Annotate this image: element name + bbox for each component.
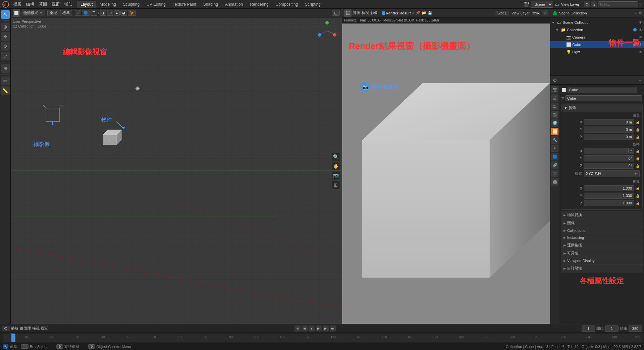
- loc-x-value[interactable]: 0 m: [584, 119, 634, 125]
- render-save-icon[interactable]: 💾: [428, 11, 432, 15]
- next-frame-btn[interactable]: ▶: [323, 326, 329, 332]
- relations-section[interactable]: 關係: [561, 219, 643, 227]
- rotate-tool[interactable]: ↺: [1, 42, 10, 51]
- instancing-section[interactable]: Instancing: [561, 234, 643, 241]
- timeline-icon[interactable]: ⏱: [2, 326, 10, 331]
- motion-paths-section[interactable]: 運動路徑: [561, 241, 643, 249]
- obj-options-btn[interactable]: ⋮: [638, 88, 642, 92]
- menu-help[interactable]: 輔助: [62, 1, 74, 8]
- menu-render[interactable]: 算圖: [37, 1, 49, 8]
- viewport-display-section[interactable]: Viewport Display: [561, 257, 643, 264]
- transform-tool[interactable]: ⊞: [1, 64, 10, 73]
- select-tool[interactable]: ↖: [1, 10, 10, 19]
- composite-btn[interactable]: 合成: [532, 10, 540, 15]
- tab-rendering[interactable]: Rendering: [247, 1, 272, 8]
- tab-compositing[interactable]: Compositing: [272, 1, 302, 8]
- outliner-collection[interactable]: ▼ 📁 Collection 👁: [550, 26, 644, 34]
- shading-material[interactable]: ◕: [120, 10, 127, 16]
- outliner-settings[interactable]: ⚙: [639, 11, 642, 15]
- menu-file[interactable]: 檔案: [11, 1, 23, 8]
- overlay-btn[interactable]: ☰: [91, 10, 97, 16]
- menu-edit[interactable]: 編輯: [24, 1, 36, 8]
- prop-data-btn[interactable]: ▽: [551, 170, 558, 177]
- preferences-icon[interactable]: ⚙: [584, 1, 590, 7]
- render-menu-render[interactable]: 算圖: [353, 10, 360, 15]
- normal-btn[interactable]: 標準: [60, 10, 72, 16]
- pan-btn[interactable]: ✋: [332, 162, 340, 170]
- jump-start-btn[interactable]: ⏮: [294, 326, 301, 332]
- end-frame-input[interactable]: 250: [629, 326, 642, 332]
- scrub-ruler[interactable]: 1 10 20 30 40 50 60 70 80 90 100 110 120…: [3, 334, 643, 342]
- render-folder-icon[interactable]: 📁: [422, 11, 426, 15]
- snap-btn[interactable]: 🔵: [82, 10, 90, 16]
- camera-eye[interactable]: 👁: [639, 35, 643, 39]
- render-pin-icon[interactable]: 📌: [416, 11, 420, 15]
- render-scene[interactable]: Render結果視窗（攝影機畫面） 📷 攝影機畫面: [342, 23, 550, 324]
- prop-render-btn[interactable]: 📷: [551, 86, 558, 93]
- delta-transform-section[interactable]: 增減變換: [561, 211, 643, 219]
- cursor-tool[interactable]: ⊕: [1, 22, 10, 31]
- mode-selector[interactable]: 物體模式 ▼: [21, 10, 45, 16]
- collections-section[interactable]: Collections: [561, 227, 643, 234]
- info-icon[interactable]: ℹ: [591, 1, 597, 7]
- loc-x-lock[interactable]: 🔒: [636, 120, 640, 124]
- move-tool[interactable]: ✛: [1, 32, 10, 41]
- play-btn[interactable]: ▶: [316, 326, 322, 332]
- loc-z-lock[interactable]: 🔒: [636, 135, 640, 139]
- tab-modeling[interactable]: Modeling: [96, 1, 119, 8]
- render-fullscreen-btn[interactable]: ⤢: [542, 10, 548, 15]
- 3d-scene[interactable]: 編輯影像視窗 攝影機 物件 User Perspective (1) Colle…: [11, 17, 342, 324]
- shading-solid[interactable]: ●: [114, 10, 120, 16]
- tab-layout[interactable]: Layout: [77, 1, 96, 8]
- light-eye[interactable]: 👁: [639, 50, 643, 54]
- rotation-gizmo[interactable]: [317, 21, 337, 42]
- prop-scene-btn[interactable]: 🎬: [551, 111, 558, 118]
- tab-texture-paint[interactable]: Texture Paint: [169, 1, 200, 8]
- annotate-tool[interactable]: ✏: [1, 77, 10, 85]
- prop-physics-btn[interactable]: 🔵: [551, 153, 558, 160]
- props-filter[interactable]: ▽: [639, 78, 641, 82]
- view-layer-render[interactable]: View Layer: [512, 11, 530, 15]
- rot-y-value[interactable]: 0°: [584, 155, 634, 161]
- scale-x-value[interactable]: 1.000: [584, 185, 634, 191]
- loc-y-lock[interactable]: 🔒: [636, 128, 640, 132]
- timeline-menu-markers[interactable]: 標記: [41, 326, 48, 331]
- visibility-section[interactable]: 可見性: [561, 249, 643, 257]
- scale-y-value[interactable]: 1.000: [584, 193, 634, 199]
- scene-selector[interactable]: Scene: [531, 1, 553, 8]
- rot-z-lock[interactable]: 🔒: [636, 164, 640, 168]
- menu-window[interactable]: 視窗: [50, 1, 62, 8]
- rot-mode-select[interactable]: XYZ 尤拉 ▼: [584, 170, 640, 177]
- prop-constraints-btn[interactable]: 🔗: [551, 161, 558, 169]
- custom-props-section[interactable]: 自訂屬性: [561, 264, 643, 272]
- outliner-cube[interactable]: ▶ ⬜ Cube 👁: [550, 41, 644, 48]
- rot-x-value[interactable]: 0°: [584, 148, 634, 154]
- filter-icon[interactable]: ▽: [639, 2, 642, 6]
- search-input[interactable]: [598, 1, 638, 7]
- shading-render[interactable]: 🔆: [128, 10, 136, 16]
- viewport-size-btn[interactable]: ▢: [332, 10, 340, 16]
- select-mode-icon[interactable]: ↖: [3, 344, 8, 349]
- loc-z-value[interactable]: 0 m: [584, 134, 634, 140]
- prop-material-btn[interactable]: ⬤: [551, 178, 558, 186]
- zoom-in-btn[interactable]: 🔍: [332, 153, 340, 161]
- prop-modifier-btn[interactable]: 🔧: [551, 136, 558, 144]
- slot-selector[interactable]: Slot 1: [495, 11, 509, 15]
- prop-world-btn[interactable]: 🌍: [551, 119, 558, 127]
- transform-header[interactable]: ▼ 變換: [561, 104, 642, 112]
- prop-particles-btn[interactable]: ✦: [551, 145, 558, 152]
- scale-tool[interactable]: ⤢: [1, 52, 10, 60]
- outliner-camera[interactable]: ▶ 📷 Camera 👁: [550, 34, 644, 41]
- prop-view-layer-btn[interactable]: 🗂: [551, 103, 558, 110]
- tab-uv-editing[interactable]: UV Editing: [143, 1, 169, 8]
- prop-object-btn[interactable]: ⬜: [551, 128, 558, 135]
- tab-animation[interactable]: Animation: [222, 1, 246, 8]
- shading-wire[interactable]: ⊞: [107, 10, 113, 16]
- obj-name-field[interactable]: Cube: [568, 87, 637, 93]
- scale-x-lock[interactable]: 🔒: [636, 187, 640, 190]
- jump-end-btn[interactable]: ⏭: [330, 326, 336, 332]
- cube-eye[interactable]: 👁: [639, 43, 643, 47]
- play-reverse-btn[interactable]: ⏴: [309, 326, 315, 332]
- global-btn[interactable]: 全域: [47, 10, 59, 16]
- timeline-menu-keying[interactable]: 鍵盤理: [20, 326, 31, 331]
